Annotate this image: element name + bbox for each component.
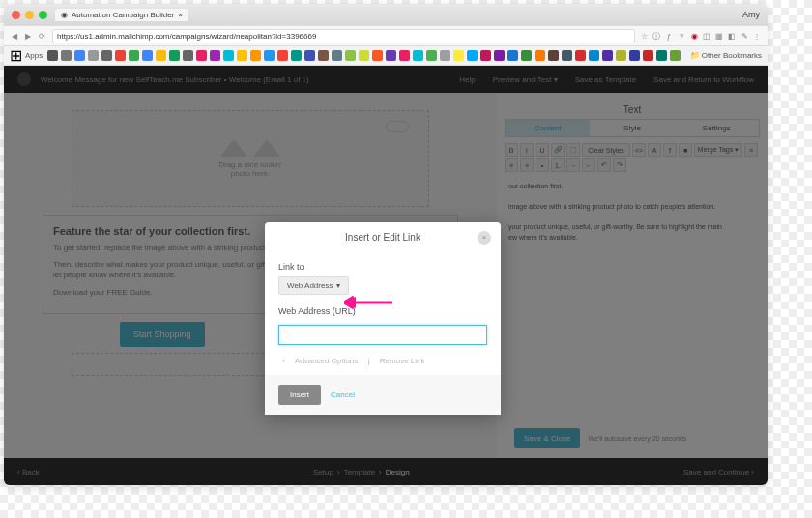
chevron-down-icon: ▾ [336,281,340,290]
bookmark-icon[interactable] [142,50,153,61]
browser-profile[interactable]: Amy [742,10,760,19]
bookmark-icon[interactable] [129,50,139,61]
bookmark-icon[interactable] [291,50,302,61]
browser-tab[interactable]: ◉ Automation Campaign Builder × [55,9,188,21]
close-window-icon[interactable] [12,11,20,19]
tab-close-icon[interactable]: × [178,11,183,19]
bookmark-icon[interactable] [318,50,329,61]
bookmark-icon[interactable] [332,50,342,61]
bookmark-icon[interactable] [386,50,396,61]
bookmark-icon[interactable] [183,50,193,61]
cancel-button[interactable]: Cancel [331,390,355,399]
bookmark-icon[interactable] [602,50,613,61]
bookmark-icon[interactable] [74,50,85,61]
remove-link[interactable]: Remove Link [380,357,425,365]
chevron-right-icon: › [282,357,285,365]
bookmark-icon[interactable] [210,50,220,61]
bookmark-icon[interactable] [480,50,491,61]
bookmark-icon[interactable] [521,50,532,61]
traffic-lights [12,11,47,19]
bookmark-icon[interactable] [670,50,681,61]
bookmark-icon[interactable] [237,50,247,61]
bookmark-icon[interactable] [589,50,599,61]
bookmark-icon[interactable] [345,50,356,61]
bookmark-icon[interactable] [616,50,626,61]
bookmark-icon[interactable] [643,50,653,61]
bookmark-icon[interactable] [548,50,559,61]
modal-title: Insert or Edit Link [345,232,420,243]
bookmark-icon[interactable] [115,50,126,61]
bookmark-icon[interactable] [47,50,58,61]
insert-button[interactable]: Insert [278,385,321,405]
modal-footer: Insert Cancel [265,375,501,415]
reload-icon[interactable]: ⟳ [37,31,46,41]
bookmark-icon[interactable] [467,50,478,61]
ext-icon[interactable]: ▦ [714,31,724,41]
advanced-options-link[interactable]: Advanced Options [295,357,358,365]
modal-header: Insert or Edit Link × [265,222,501,252]
apps-icon[interactable]: ⊞ [10,46,22,65]
other-bookmarks[interactable]: 📁Other Bookmarks [690,51,762,60]
menu-icon[interactable]: ⋮ [752,31,762,41]
bookmark-icon[interactable] [223,50,234,61]
bookmark-icon[interactable] [359,50,369,61]
back-icon[interactable]: ◀ [10,31,19,41]
link-to-label: Link to [278,262,487,272]
close-icon[interactable]: × [478,231,491,245]
bookmark-icon[interactable] [426,50,437,61]
ext-icon[interactable]: ⓘ [652,31,661,41]
bookmark-icon[interactable] [562,50,572,61]
maximize-window-icon[interactable] [39,11,47,19]
ext-icon[interactable]: ◫ [702,31,711,41]
bookmark-icon[interactable] [250,50,261,61]
browser-window: ◉ Automation Campaign Builder × Amy ◀ ▶ … [4,4,768,485]
star-icon[interactable]: ☆ [639,31,649,41]
address-input[interactable]: https://us1.admin.mailchimp.com/campaign… [52,29,635,43]
bookmark-icon[interactable] [575,50,586,61]
bookmark-icon[interactable] [156,50,166,61]
url-bar: ◀ ▶ ⟳ https://us1.admin.mailchimp.com/ca… [4,25,768,46]
bookmark-icon[interactable] [656,50,667,61]
bookmark-icon[interactable] [453,50,464,61]
bookmark-icon[interactable] [372,50,383,61]
minimize-window-icon[interactable] [25,11,34,19]
window-titlebar: ◉ Automation Campaign Builder × Amy [4,4,768,25]
ext-icon[interactable]: ✎ [740,31,749,41]
modal-body: Link to Web Address ▾ Web Address (URL) … [265,252,501,375]
bookmark-icon[interactable] [169,50,180,61]
bookmark-icon[interactable] [277,50,288,61]
link-modal: Insert or Edit Link × Link to Web Addres… [265,222,501,415]
bookmark-icon[interactable] [61,50,72,61]
modal-links: › Advanced Options | Remove Link [278,357,487,365]
bookmark-icon[interactable] [399,50,410,61]
app-viewport: Welcome Message for new SelfTeach.me Sub… [4,66,768,485]
bookmark-icon[interactable] [88,50,99,61]
ext-icon[interactable]: ? [677,31,686,41]
bookmark-icon[interactable] [508,50,518,61]
pinterest-icon[interactable]: ◉ [689,31,699,41]
url-input[interactable] [278,325,487,345]
bookmark-icon[interactable] [304,50,315,61]
bookmark-icon[interactable] [413,50,423,61]
bookmark-icon[interactable] [629,50,640,61]
bookmark-icon[interactable] [535,50,545,61]
bookmark-icon[interactable] [440,50,450,61]
tab-title: Automation Campaign Builder [72,11,174,19]
bookmark-icon[interactable] [494,50,505,61]
tab-favicon-icon: ◉ [61,11,68,19]
forward-icon[interactable]: ▶ [23,31,33,41]
link-to-select[interactable]: Web Address ▾ [278,276,349,295]
apps-label[interactable]: Apps [25,51,43,60]
bookmark-icon[interactable] [102,50,112,61]
bookmarks-bar: ⊞ Apps 📁Other Bookmarks [4,46,768,66]
bookmark-icon[interactable] [264,50,275,61]
bookmark-icon[interactable] [196,50,207,61]
ext-icon[interactable]: ◧ [727,31,737,41]
ext-icon[interactable]: ƒ [664,31,674,41]
url-label: Web Address (URL) [278,306,487,316]
